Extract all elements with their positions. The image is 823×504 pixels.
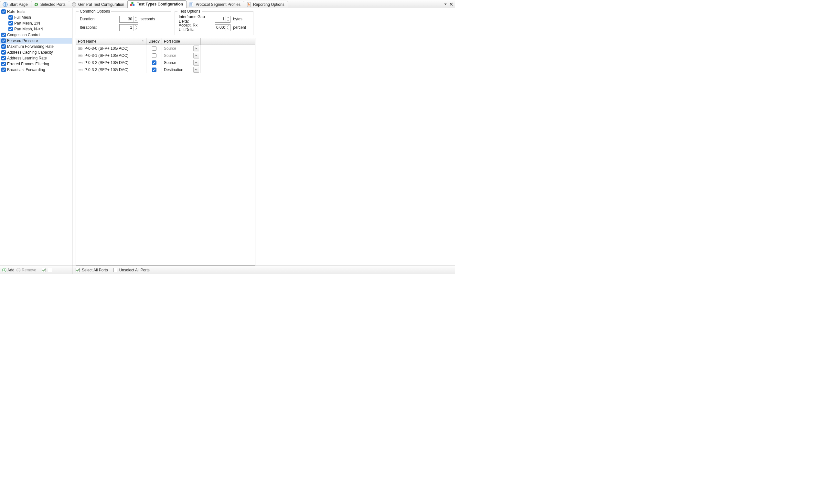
role-dropdown-button[interactable] [193,45,199,51]
tab-start-page[interactable]: Start Page [0,1,31,8]
tab-test-types-config[interactable]: Test Types Configuration [127,0,186,8]
tree-item-addr-learning[interactable]: Address Learning Rate [0,55,72,61]
col-header-used[interactable]: Used? [146,38,162,45]
tree-label: Full Mesh [14,15,31,20]
svg-rect-23 [80,55,81,56]
col-header-label: Port Name [78,39,96,44]
spinner-arrows[interactable] [226,16,230,22]
port-role-text: Source [164,60,193,65]
remove-label: Remove [22,268,36,272]
rx-unit: percent [233,25,246,30]
chevron-up-icon[interactable] [226,16,230,19]
cell-port-role: Destination [162,66,201,73]
chevron-down-icon[interactable] [134,27,138,31]
chevron-down-icon [195,69,197,71]
role-dropdown-button[interactable] [193,67,199,73]
tree-item-errored-frames[interactable]: Errored Frames Filtering [0,61,72,67]
duration-stepper[interactable] [119,16,138,23]
chevron-down-icon[interactable] [134,19,138,22]
checkbox-icon[interactable] [8,21,13,25]
tree-item-congestion-control[interactable]: Congestion Control [0,32,72,38]
rx-input[interactable] [215,25,226,31]
chevron-down-icon[interactable] [226,27,230,31]
col-header-port-name[interactable]: Port Name [76,38,146,45]
checkbox-icon[interactable] [8,15,13,20]
table-row[interactable]: P-0-3-2 (SFP+ 10G DAC)Source [76,59,255,66]
table-row[interactable]: P-0-3-1 (SFP+ 10G AOC)Source [76,52,255,59]
duration-unit: seconds [141,17,155,21]
tab-label: Test Types Configuration [137,2,183,6]
port-name-text: P-0-3-2 (SFP+ 10G DAC) [85,60,128,65]
tree-item-partmesh-1n[interactable]: Part.Mesh, 1:N [0,20,72,26]
ifg-input[interactable] [215,16,226,22]
checkbox-icon[interactable] [1,44,6,49]
tree-item-full-mesh[interactable]: Full Mesh [0,15,72,20]
checkbox-icon[interactable] [1,33,6,37]
used-checkbox[interactable] [152,60,156,65]
iterations-stepper[interactable] [119,24,138,31]
tree-item-addr-caching[interactable]: Address Caching Capacity [0,49,72,55]
used-checkbox[interactable] [152,46,156,51]
checkbox-icon[interactable] [1,38,6,43]
checkbox-icon[interactable] [1,62,6,66]
cell-port-name: P-0-3-2 (SFP+ 10G DAC) [76,59,146,66]
chevron-up-icon[interactable] [134,16,138,19]
add-label: Add [7,268,14,272]
checkbox-icon[interactable] [1,67,6,72]
tree-item-rate-tests[interactable]: Rate Tests [0,9,72,15]
rx-stepper[interactable] [215,24,230,31]
used-checkbox[interactable] [152,53,156,58]
tabbar-menu-button[interactable] [443,2,448,7]
col-header-port-role[interactable]: Port Role [162,38,201,45]
cell-used [146,59,162,66]
chevron-up-icon[interactable] [134,25,138,28]
test-options-group: Test Options Interframe Gap Delta: bytes [175,11,254,35]
svg-rect-24 [81,55,82,56]
tab-label: Reporting Options [253,2,285,7]
table-row[interactable]: P-0-3-0 (SFP+ 10G AOC)Source [76,45,255,52]
checkbox-icon[interactable] [1,50,6,55]
remove-button[interactable]: Remove [16,268,36,272]
svg-rect-3 [130,4,132,6]
spinner-arrows[interactable] [133,25,138,31]
spinner-arrows[interactable] [226,25,230,31]
ports-grid: Port Name Used? Port Role P-0-3-0 (SFP+ … [75,38,256,266]
select-all-ports-button[interactable]: Select All Ports [75,268,108,272]
role-dropdown-button[interactable] [193,53,199,58]
grid-body: P-0-3-0 (SFP+ 10G AOC)SourceP-0-3-1 (SFP… [76,45,255,265]
tree-item-forward-pressure[interactable]: Forward Pressure [0,38,72,44]
used-checkbox[interactable] [152,67,156,72]
ifg-row: Interframe Gap Delta: bytes [179,15,249,23]
ifg-unit: bytes [233,17,242,21]
spinner-arrows[interactable] [133,16,138,22]
tree-item-broadcast-fwd[interactable]: Broadcast Forwarding [0,67,72,73]
chevron-up-icon[interactable] [226,25,230,28]
cell-used [146,45,162,52]
tab-selected-ports[interactable]: Selected Ports [31,1,69,8]
uncheck-all-button[interactable] [48,268,52,272]
checkbox-icon[interactable] [1,9,6,14]
tab-label: Selected Ports [40,2,65,7]
table-row[interactable]: P-0-3-3 (SFP+ 10G DAC)Destination [76,66,255,73]
check-all-button[interactable] [42,268,46,272]
svg-rect-34 [81,69,82,70]
tab-protocol-profiles[interactable]: Protocol Segment Profiles [186,1,244,8]
tabbar-close-button[interactable] [449,2,454,7]
main-footer: Select All Ports Unselect All Ports [72,266,455,274]
iterations-input[interactable] [120,25,133,31]
duration-input[interactable] [120,16,133,22]
duration-label: Duration: [80,17,119,21]
tree-item-partmesh-nn[interactable]: Part.Mesh, N->N [0,26,72,32]
role-dropdown-button[interactable] [193,60,199,65]
chevron-down-icon[interactable] [226,19,230,22]
unselect-all-ports-button[interactable]: Unselect All Ports [113,268,150,272]
tab-general-config[interactable]: General Test Configuration [69,1,128,8]
add-button[interactable]: Add [2,268,14,272]
svg-rect-9 [190,5,192,5]
checkbox-icon[interactable] [8,27,13,31]
tab-reporting-options[interactable]: Reporting Options [244,1,288,8]
col-header-label: Port Role [164,39,180,44]
checkbox-icon[interactable] [1,56,6,60]
tree-item-max-fwd-rate[interactable]: Maximum Forwarding Rate [0,44,72,49]
ifg-stepper[interactable] [215,16,230,23]
